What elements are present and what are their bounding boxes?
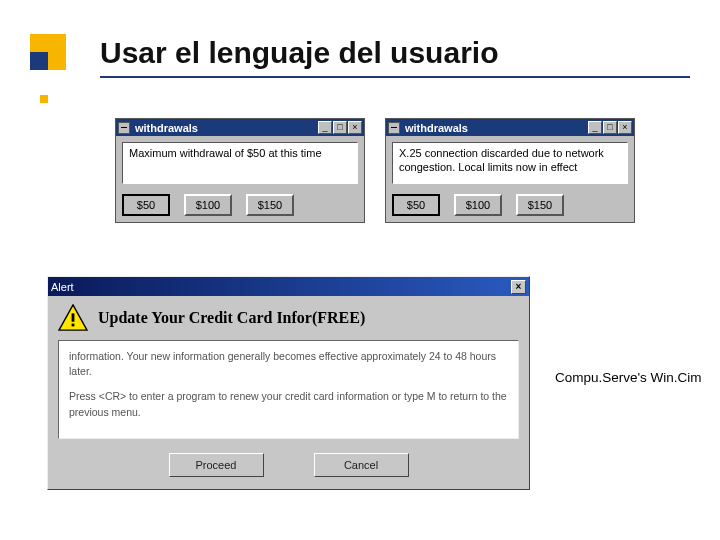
slide-title: Usar el lenguaje del usuario <box>100 36 498 70</box>
alert-body-text: information. Your new information genera… <box>58 340 519 439</box>
minimize-icon[interactable]: _ <box>318 121 332 134</box>
system-menu-icon[interactable] <box>388 122 400 134</box>
amount-50-button[interactable]: $50 <box>392 194 440 216</box>
maximize-icon[interactable]: □ <box>333 121 347 134</box>
bullet <box>40 95 48 103</box>
alert-title: Alert <box>51 281 507 293</box>
alert-titlebar[interactable]: Alert × <box>48 277 529 296</box>
alert-dialog: Alert × Update Your Credit Card Infor(FR… <box>47 276 530 490</box>
system-menu-icon[interactable] <box>118 122 130 134</box>
window-withdrawals-right: withdrawals _ □ × X.25 connection discar… <box>385 118 635 223</box>
image-caption: Compu.Serve's Win.Cim <box>555 370 702 385</box>
cancel-button[interactable]: Cancel <box>314 453 409 477</box>
amount-100-button[interactable]: $100 <box>454 194 502 216</box>
message-text: X.25 connection discarded due to network… <box>392 142 628 184</box>
alert-para-2: Press <CR> to enter a program to renew y… <box>69 389 508 419</box>
message-text: Maximum withdrawal of $50 at this time <box>122 142 358 184</box>
warning-icon <box>58 304 88 332</box>
amount-50-button[interactable]: $50 <box>122 194 170 216</box>
proceed-button[interactable]: Proceed <box>169 453 264 477</box>
amount-150-button[interactable]: $150 <box>516 194 564 216</box>
window-withdrawals-left: withdrawals _ □ × Maximum withdrawal of … <box>115 118 365 223</box>
minimize-icon[interactable]: _ <box>588 121 602 134</box>
svg-rect-1 <box>72 313 75 321</box>
close-icon[interactable]: × <box>618 121 632 134</box>
amount-100-button[interactable]: $100 <box>184 194 232 216</box>
title-underline <box>100 76 690 78</box>
amount-150-button[interactable]: $150 <box>246 194 294 216</box>
svg-rect-2 <box>72 324 75 327</box>
window-title: withdrawals <box>133 122 315 134</box>
alert-heading: Update Your Credit Card Infor(FREE) <box>98 309 365 327</box>
alert-para-1: information. Your new information genera… <box>69 349 508 379</box>
titlebar[interactable]: withdrawals _ □ × <box>386 119 634 136</box>
titlebar[interactable]: withdrawals _ □ × <box>116 119 364 136</box>
slide-accent <box>30 34 66 70</box>
maximize-icon[interactable]: □ <box>603 121 617 134</box>
window-title: withdrawals <box>403 122 585 134</box>
close-icon[interactable]: × <box>348 121 362 134</box>
close-icon[interactable]: × <box>511 280 526 294</box>
